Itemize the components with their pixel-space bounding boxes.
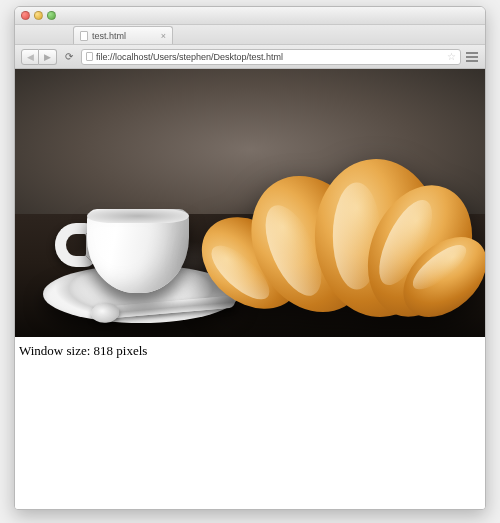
browser-toolbar: ◀ ▶ ⟳ file://localhost/Users/stephen/Des…	[15, 45, 485, 69]
page-content: Window size: 818 pixels	[15, 69, 485, 509]
address-text: file://localhost/Users/stephen/Desktop/t…	[96, 52, 444, 62]
back-button[interactable]: ◀	[21, 49, 39, 65]
address-bar[interactable]: file://localhost/Users/stephen/Desktop/t…	[81, 49, 461, 65]
close-icon[interactable]: ×	[161, 31, 166, 41]
status-suffix: pixels	[113, 343, 147, 358]
window-minimize-button[interactable]	[34, 11, 43, 20]
window-titlebar	[15, 7, 485, 25]
forward-button[interactable]: ▶	[39, 49, 57, 65]
status-value: 818	[94, 343, 114, 358]
hamburger-menu-icon[interactable]	[465, 50, 479, 64]
navigation-arrows: ◀ ▶	[21, 49, 57, 65]
tab-title: test.html	[92, 31, 126, 41]
page-favicon-icon	[80, 31, 88, 41]
browser-window: test.html × ◀ ▶ ⟳ file://localhost/Users…	[14, 6, 486, 510]
window-size-readout: Window size: 818 pixels	[15, 337, 485, 365]
bookmark-star-icon[interactable]: ☆	[447, 51, 456, 62]
window-zoom-button[interactable]	[47, 11, 56, 20]
hero-image	[15, 69, 485, 337]
browser-tab[interactable]: test.html ×	[73, 26, 173, 44]
status-prefix: Window size:	[19, 343, 94, 358]
tab-strip: test.html ×	[15, 25, 485, 45]
reload-button[interactable]: ⟳	[61, 49, 77, 65]
window-close-button[interactable]	[21, 11, 30, 20]
page-icon	[86, 52, 93, 61]
